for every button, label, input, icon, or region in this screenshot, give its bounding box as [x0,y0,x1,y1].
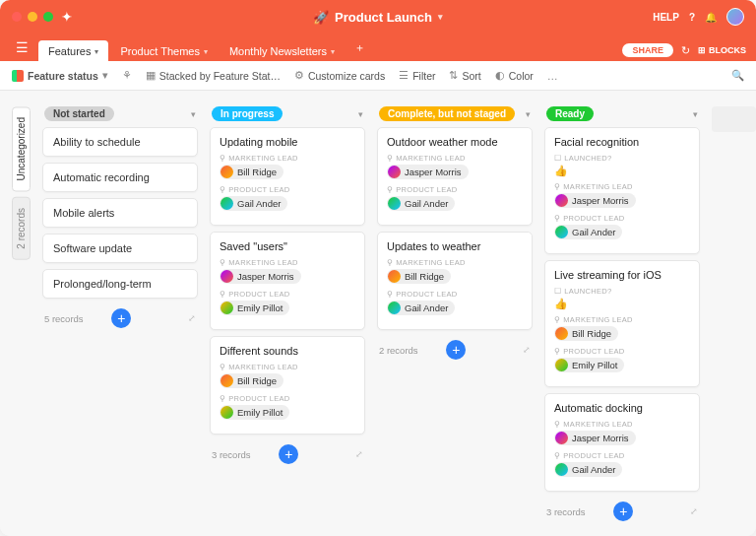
tab-features[interactable]: Features▾ [38,40,108,61]
card[interactable]: Outdoor weather mode⚲MARKETING LEADJaspe… [377,127,533,226]
user-avatar[interactable] [726,8,744,26]
expand-icon[interactable]: ⤢ [523,345,531,355]
person-chip[interactable]: Bill Ridge [554,326,618,341]
card[interactable]: Updating mobile⚲MARKETING LEADBill Ridge… [210,127,365,226]
field-label: ⚲MARKETING LEAD [220,363,355,371]
add-card-button[interactable]: + [446,340,466,360]
sort-button[interactable]: ⇅Sort [449,69,480,82]
chevron-down-icon[interactable]: ▾ [693,109,698,119]
chevron-down-icon: ▾ [94,47,98,56]
chevron-down-icon[interactable]: ▾ [526,109,531,119]
card[interactable]: Facial recognition☐LAUNCHED?👍⚲MARKETING … [544,127,700,254]
card[interactable]: Prolonged/long-term [42,269,198,299]
card[interactable]: Ability to schedule [42,127,198,157]
add-card-button[interactable]: + [279,444,298,464]
chevron-down-icon: ▾ [204,47,208,56]
minimize-window[interactable] [28,12,37,22]
column-footer: 3 records+⤢ [210,440,365,468]
view-switcher[interactable]: Feature status ▾ [12,69,108,82]
color-button[interactable]: ◐Color [495,69,534,82]
card[interactable]: Software update [42,234,198,263]
field-label: ⚲PRODUCT LEAD [220,290,355,299]
help-icon[interactable]: ? [689,12,695,23]
tab-product-themes[interactable]: Product Themes▾ [110,40,218,61]
menu-icon[interactable]: ☰ [10,39,34,55]
stack-collapsed[interactable]: 2 records [12,197,31,260]
customize-cards-button[interactable]: ⚙Customize cards [294,69,385,82]
notifications-icon[interactable]: 🔔 [705,12,717,23]
base-title[interactable]: 🚀 Product Launch ▾ [313,10,443,25]
card[interactable]: Automatic docking⚲MARKETING LEADJasper M… [544,393,700,492]
person-icon: ⚲ [554,347,560,356]
person-chip[interactable]: Gail Ander [554,462,622,477]
field-label: ⚲PRODUCT LEAD [554,347,690,356]
field-label: ⚲MARKETING LEAD [554,420,690,429]
share-button[interactable]: SHARE [622,43,673,57]
card-title: Automatic docking [554,402,690,414]
thumbs-up-icon: 👍 [554,165,690,177]
person-chip[interactable]: Bill Ridge [220,165,284,179]
column-not-started: Not started▾Ability to scheduleAutomatic… [42,106,198,520]
card[interactable]: Different sounds⚲MARKETING LEADBill Ridg… [210,336,365,435]
expand-icon[interactable]: ⤢ [188,313,196,323]
chevron-down-icon: ▾ [102,69,108,82]
person-icon: ⚲ [220,290,225,299]
help-link[interactable]: HELP [653,12,679,23]
expand-icon[interactable]: ⤢ [690,506,698,516]
card[interactable]: Updates to weather⚲MARKETING LEADBill Ri… [377,232,533,330]
field-label: ⚲PRODUCT LEAD [387,290,523,299]
person-chip[interactable]: Gail Ander [387,196,455,211]
blocks-button[interactable]: ⊞ BLOCKS [698,45,746,55]
person-chip[interactable]: Gail Ander [554,225,622,239]
add-table-button[interactable]: ＋ [348,36,371,59]
status-pill[interactable]: Not started [44,106,114,121]
tab-monthly-newsletters[interactable]: Monthly Newsletters▾ [220,40,345,61]
add-card-button[interactable]: + [613,502,633,521]
chevron-down-icon: ▾ [331,47,335,56]
person-chip[interactable]: Jasper Morris [554,431,636,445]
status-pill[interactable]: In progress [212,106,283,121]
person-chip[interactable]: Emily Pillot [220,301,289,315]
close-window[interactable] [12,12,22,22]
add-card-button[interactable]: + [111,308,131,328]
avatar-icon [388,197,401,210]
person-chip[interactable]: Emily Pillot [554,358,624,372]
person-chip[interactable]: Gail Ander [220,196,287,211]
person-chip[interactable]: Jasper Morris [387,165,469,179]
card-title: Updating mobile [220,136,355,148]
person-icon: ⚲ [220,394,225,403]
person-chip[interactable]: Bill Ridge [387,269,451,284]
more-button[interactable]: … [547,70,558,82]
base-title-label: Product Launch [335,10,432,25]
chevron-down-icon[interactable]: ▾ [191,109,196,119]
collaborators-icon[interactable]: ⚘ [122,69,132,82]
stacked-by-button[interactable]: ▦Stacked by Feature Stat… [146,69,281,82]
chevron-down-icon[interactable]: ▾ [358,109,363,119]
column-footer: 2 records+⤢ [377,336,533,364]
card-title: Facial recognition [554,136,690,148]
person-chip[interactable]: Gail Ander [387,301,455,315]
add-stack-placeholder[interactable] [712,106,756,132]
card[interactable]: Mobile alerts [42,198,198,228]
history-icon[interactable]: ↻ [681,44,690,57]
search-icon[interactable]: 🔍 [731,69,744,82]
app-logo-icon[interactable]: ✦ [61,9,73,25]
card-title: Saved "users" [220,240,355,252]
field-label: ⚲PRODUCT LEAD [554,451,690,460]
card[interactable]: Automatic recording [42,163,198,192]
status-pill[interactable]: Ready [546,106,594,121]
status-pill[interactable]: Complete, but not staged [379,106,515,121]
card[interactable]: Saved "users"⚲MARKETING LEADJasper Morri… [210,232,365,330]
stack-uncategorized[interactable]: Uncategorized [12,106,31,191]
person-chip[interactable]: Jasper Morris [220,269,301,284]
expand-icon[interactable]: ⤢ [355,449,363,459]
window-controls[interactable] [12,12,53,22]
filter-button[interactable]: ☰Filter [399,69,435,82]
person-chip[interactable]: Bill Ridge [220,373,284,388]
chevron-down-icon: ▾ [438,12,443,22]
person-chip[interactable]: Jasper Morris [554,193,636,208]
maximize-window[interactable] [43,12,53,22]
card-title: Different sounds [220,345,355,357]
card[interactable]: Live streaming for iOS☐LAUNCHED?👍⚲MARKET… [544,260,700,387]
person-chip[interactable]: Emily Pillot [220,405,289,420]
